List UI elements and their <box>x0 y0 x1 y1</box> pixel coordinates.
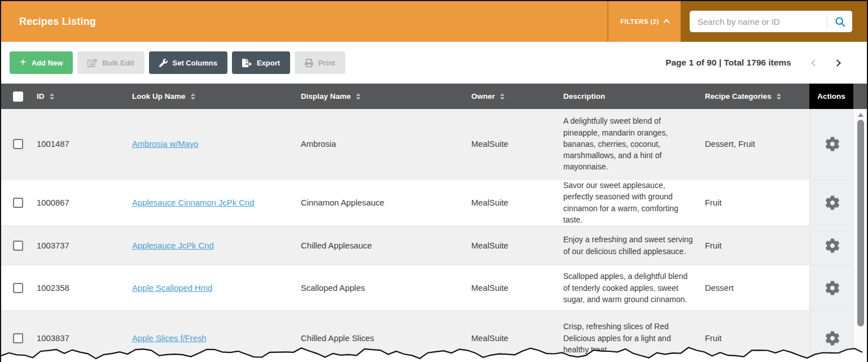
row-checkbox[interactable] <box>13 283 23 293</box>
select-all-checkbox[interactable] <box>13 91 23 102</box>
add-new-label: Add New <box>32 59 63 67</box>
gear-icon <box>825 195 840 210</box>
column-label-owner: Owner <box>471 92 495 101</box>
row-checkbox[interactable] <box>13 333 23 343</box>
sort-icon <box>50 93 54 100</box>
column-label-display-name: Display Name <box>301 92 351 101</box>
table-row: 1002358 Apple Scalloped Hmd Scalloped Ap… <box>1 265 867 311</box>
cell-look-up-name: Apple Slices f/Fresh <box>130 334 299 343</box>
chevron-up-icon <box>663 19 669 25</box>
column-header-recipe-categories[interactable]: Recipe Categories <box>703 84 809 109</box>
column-label-look-up-name: Look Up Name <box>132 92 186 101</box>
next-page-button[interactable] <box>830 55 844 70</box>
cell-owner: MealSuite <box>470 241 562 250</box>
column-header-display-name[interactable]: Display Name <box>299 84 470 109</box>
table-row: 1001487 Ambrosia w/Mayo Ambrosia MealSui… <box>1 109 867 180</box>
gear-icon <box>825 281 840 295</box>
recipe-link[interactable]: Applesauce JcPk Cnd <box>132 241 214 250</box>
edit-icon <box>87 59 97 67</box>
title-zone: Recipes Listing <box>1 1 607 42</box>
page-summary: Page 1 of 90 | Total 1796 items <box>665 58 791 68</box>
scroll-up-arrow-icon[interactable] <box>858 113 863 117</box>
cell-owner: MealSuite <box>470 334 562 343</box>
plus-icon: + <box>20 56 27 68</box>
row-checkbox-cell <box>1 241 35 251</box>
recipe-link[interactable]: Apple Slices f/Fresh <box>132 334 207 343</box>
row-actions-button[interactable] <box>825 137 840 151</box>
header-scrollbar-filler <box>853 84 867 109</box>
column-header-id[interactable]: ID <box>35 84 130 109</box>
row-checkbox-cell <box>1 198 35 208</box>
cell-recipe-categories: Fruit <box>703 241 809 250</box>
add-new-button[interactable]: + Add New <box>10 51 73 74</box>
table-row: 1003737 Applesauce JcPk Cnd Chilled Appl… <box>1 226 867 265</box>
chevron-right-icon <box>834 59 841 67</box>
cell-recipe-categories: Fruit <box>703 334 809 343</box>
cell-display-name: Ambrosia <box>299 139 470 149</box>
bulk-edit-button[interactable]: Bulk Edit <box>77 51 144 74</box>
table-body: 1001487 Ambrosia w/Mayo Ambrosia MealSui… <box>1 109 867 362</box>
sort-icon <box>500 93 505 100</box>
column-label-actions: Actions <box>817 92 845 101</box>
sort-icon <box>777 93 781 100</box>
column-label-id: ID <box>37 92 45 101</box>
gear-icon <box>825 238 840 253</box>
gear-icon <box>825 331 840 346</box>
column-label-description: Description <box>563 92 605 101</box>
row-actions-button[interactable] <box>825 195 840 210</box>
cell-description: Enjoy a refreshing and sweet serving of … <box>562 234 703 257</box>
row-checkbox-cell <box>1 139 35 149</box>
cell-owner: MealSuite <box>470 284 562 293</box>
cell-id: 1003737 <box>35 241 130 250</box>
export-button[interactable]: Export <box>232 51 290 74</box>
search-input[interactable] <box>690 17 827 27</box>
page-header: Recipes Listing FILTERS (2) <box>1 1 867 42</box>
recipe-link[interactable]: Apple Scalloped Hmd <box>132 284 212 293</box>
search-button[interactable] <box>827 11 852 32</box>
recipe-link[interactable]: Ambrosia w/Mayo <box>132 139 199 149</box>
column-header-owner[interactable]: Owner <box>470 84 562 109</box>
cell-description: Savor our sweet applesauce, perfectly se… <box>562 180 703 225</box>
set-columns-button[interactable]: Set Columns <box>149 51 227 74</box>
wrench-icon <box>159 59 168 67</box>
print-button[interactable]: Print <box>295 51 345 74</box>
cell-actions <box>809 311 853 362</box>
filters-label: FILTERS (2) <box>620 18 659 25</box>
row-checkbox[interactable] <box>13 241 23 251</box>
row-actions-button[interactable] <box>825 238 840 253</box>
chevron-left-icon <box>811 59 818 67</box>
cell-id: 1001487 <box>35 139 130 149</box>
row-actions-button[interactable] <box>825 331 840 346</box>
cell-display-name: Cinnamon Applesauce <box>299 198 470 207</box>
search-zone <box>681 1 867 42</box>
recipe-link[interactable]: Applesauce Cinnamon JcPk Cnd <box>132 198 254 207</box>
cell-description: A delightfully sweet blend of pineapple,… <box>562 115 703 172</box>
gear-icon <box>825 137 840 151</box>
cell-owner: MealSuite <box>470 139 562 149</box>
select-all-cell <box>1 84 35 109</box>
set-columns-label: Set Columns <box>173 59 217 67</box>
sort-icon <box>191 93 195 100</box>
scrollbar-thumb[interactable] <box>857 120 864 326</box>
pagination: Page 1 of 90 | Total 1796 items <box>665 55 844 70</box>
cell-look-up-name: Applesauce Cinnamon JcPk Cnd <box>130 198 299 207</box>
table-row: 1003837 Apple Slices f/Fresh Chilled App… <box>1 311 867 362</box>
row-checkbox-cell <box>1 283 35 293</box>
table-row: 1000867 Applesauce Cinnamon JcPk Cnd Cin… <box>1 180 867 226</box>
row-actions-button[interactable] <box>825 281 840 295</box>
column-label-recipe-categories: Recipe Categories <box>705 92 771 101</box>
row-checkbox[interactable] <box>13 139 23 149</box>
vertical-scrollbar[interactable] <box>853 109 867 362</box>
page-title: Recipes Listing <box>19 16 96 28</box>
cell-description: Scalloped apples, a delightful blend of … <box>562 271 703 305</box>
column-header-look-up-name[interactable]: Look Up Name <box>130 84 299 109</box>
cell-id: 1002358 <box>35 284 130 293</box>
export-icon <box>242 59 252 67</box>
export-label: Export <box>257 59 280 67</box>
filters-button[interactable]: FILTERS (2) <box>607 1 681 42</box>
row-checkbox[interactable] <box>13 198 23 208</box>
cell-display-name: Chilled Applesauce <box>299 241 470 250</box>
cell-look-up-name: Ambrosia w/Mayo <box>130 139 299 149</box>
cell-owner: MealSuite <box>470 198 562 207</box>
prev-page-button[interactable] <box>807 55 822 70</box>
